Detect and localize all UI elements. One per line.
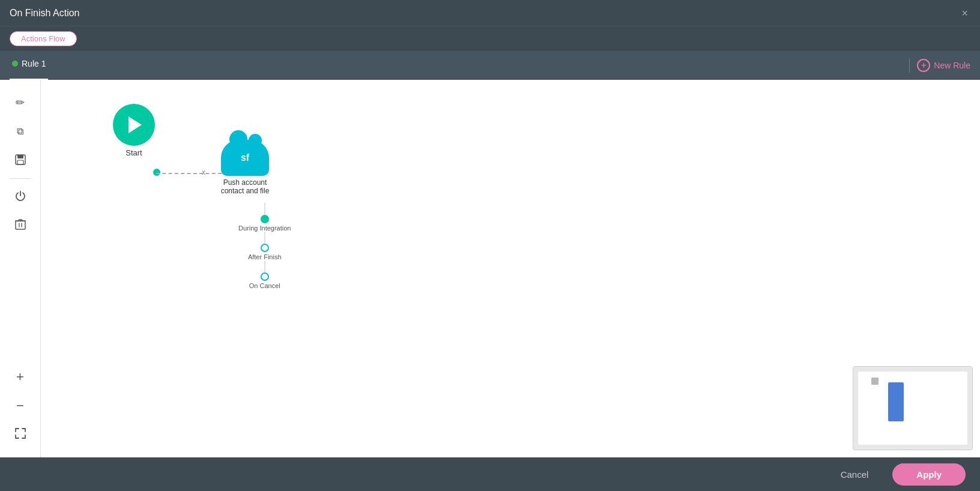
x-marker: x [202, 168, 205, 176]
toolbar-divider-1 [10, 178, 31, 179]
svg-rect-1 [17, 155, 23, 158]
cloud-shape: sf [221, 140, 269, 176]
cancel-dot[interactable] [261, 273, 269, 281]
svg-rect-2 [17, 160, 23, 164]
mini-map-node [888, 382, 904, 421]
rule-tab[interactable]: Rule 1 [10, 51, 48, 80]
sub-connections: During Integration After Finish [238, 203, 291, 289]
plus-icon: + [917, 59, 930, 72]
rules-bar-right: + New Rule [909, 58, 970, 73]
zoom-in-button[interactable]: + [7, 364, 34, 390]
after-label: After Finish [248, 253, 282, 261]
mini-map-indicator [871, 378, 879, 385]
tabs-bar: Actions Flow [0, 26, 980, 51]
rules-divider [909, 58, 910, 73]
after-dot[interactable] [261, 244, 269, 252]
edit-tool-button[interactable]: ✏ [7, 89, 34, 116]
save-icon [14, 154, 26, 167]
edit-icon: ✏ [16, 96, 25, 109]
left-toolbar: ✏ ⧉ [0, 80, 41, 457]
copy-tool-button[interactable]: ⧉ [7, 118, 34, 145]
zoom-out-icon: − [16, 398, 24, 414]
cancel-button[interactable]: Cancel [826, 463, 883, 486]
rule-status-dot [12, 61, 18, 67]
flow-canvas[interactable]: Start x sf Push account contact and file [41, 80, 980, 457]
during-label: During Integration [238, 224, 291, 232]
sf-node-label: Push account contact and file [215, 178, 275, 195]
bottom-bar: Cancel Apply [0, 457, 980, 491]
apply-button[interactable]: Apply [892, 463, 966, 486]
mini-map [853, 366, 973, 450]
rules-bar: Rule 1 + New Rule [0, 51, 980, 80]
during-integration-row: During Integration [238, 203, 291, 232]
start-circle[interactable] [113, 104, 155, 146]
on-cancel-row: On Cancel [249, 261, 280, 289]
start-node-label: Start [126, 148, 142, 157]
connector-dot-left [153, 169, 160, 176]
modal-title: On Finish Action [10, 8, 80, 19]
new-rule-button[interactable]: + New Rule [917, 59, 970, 72]
vert-line-2 [264, 232, 265, 244]
rule-label: Rule 1 [22, 59, 46, 68]
play-icon [129, 116, 142, 133]
power-tool-button[interactable] [7, 184, 34, 210]
copy-icon: ⧉ [17, 126, 23, 137]
toolbar-top: ✏ ⧉ [7, 89, 34, 239]
fit-button[interactable] [7, 421, 34, 448]
canvas-area: ✏ ⧉ [0, 80, 980, 457]
zoom-out-button[interactable]: − [7, 393, 34, 419]
power-icon [14, 190, 26, 205]
after-finish-row: After Finish [248, 232, 282, 261]
save-tool-button[interactable] [7, 147, 34, 173]
svg-rect-3 [16, 221, 25, 229]
new-rule-label: New Rule [934, 61, 970, 70]
close-button[interactable]: × [959, 5, 970, 21]
start-node[interactable]: Start [113, 104, 155, 157]
zoom-in-icon: + [16, 369, 24, 385]
modal-header: On Finish Action × [0, 0, 980, 26]
delete-tool-button[interactable] [7, 212, 34, 239]
vert-line-3 [264, 261, 265, 273]
modal-container: On Finish Action × Actions Flow Rule 1 +… [0, 0, 980, 491]
tab-actions-flow[interactable]: Actions Flow [10, 31, 77, 46]
cloud-text: sf [241, 152, 249, 163]
during-dot[interactable] [261, 215, 269, 223]
cancel-label: On Cancel [249, 282, 280, 289]
sf-node[interactable]: sf Push account contact and file [215, 140, 275, 195]
fit-icon [14, 427, 26, 442]
vert-line-1 [264, 203, 265, 215]
trash-icon [15, 218, 26, 233]
toolbar-bottom: + − [7, 364, 34, 448]
